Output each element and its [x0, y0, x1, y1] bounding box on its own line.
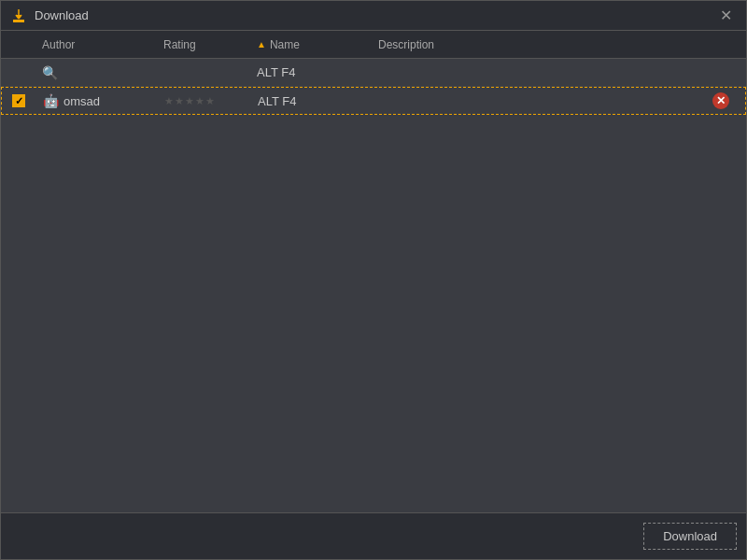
row2-name: ALT F4 [250, 94, 372, 108]
title-bar: Download ✕ [1, 1, 746, 31]
row2-remove[interactable]: ✕ [712, 91, 745, 110]
remove-circle-icon: ✕ [712, 92, 729, 109]
table-container: Author Rating ▲ Name Description 🔍 ALT F… [1, 31, 746, 512]
download-button[interactable]: Download [643, 523, 737, 550]
close-button[interactable]: ✕ [714, 5, 737, 27]
checkbox-checked-icon: ✓ [12, 94, 25, 107]
star-4: ★ [195, 95, 204, 107]
table-header: Author Rating ▲ Name Description [1, 31, 746, 59]
table-row[interactable]: 🔍 ALT F4 [1, 59, 746, 87]
svg-rect-3 [13, 20, 24, 22]
row1-name: ALT F4 [249, 65, 371, 79]
remove-button[interactable]: ✕ [712, 91, 730, 110]
search-icon: 🔍 [42, 65, 58, 80]
sort-arrow-icon: ▲ [257, 39, 266, 49]
window-title: Download [35, 8, 714, 22]
star-2: ★ [175, 95, 184, 107]
table-row[interactable]: ✓ 🤖 omsad ★ ★ ★ ★ ★ ALT F4 [1, 87, 746, 115]
star-1: ★ [164, 95, 174, 107]
window-icon [10, 7, 27, 24]
row2-rating: ★ ★ ★ ★ ★ [157, 95, 250, 107]
stars-display: ★ ★ ★ ★ ★ [164, 95, 243, 107]
table-body: 🔍 ALT F4 ✓ 🤖 omsad ★ [1, 59, 746, 512]
star-3: ★ [185, 95, 194, 107]
header-name[interactable]: ▲ Name [249, 38, 371, 51]
download-window: Download ✕ Author Rating ▲ Name Descript… [0, 0, 747, 560]
row2-checkbox[interactable]: ✓ [2, 94, 35, 107]
footer: Download [1, 512, 746, 559]
row1-icon-cell: 🔍 [35, 65, 156, 80]
row2-icon-author: 🤖 omsad [35, 93, 157, 108]
header-author: Author [35, 38, 156, 51]
header-description: Description [371, 38, 746, 51]
star-5: ★ [205, 95, 215, 107]
robot-icon: 🤖 [43, 93, 59, 108]
header-rating: Rating [156, 38, 249, 51]
